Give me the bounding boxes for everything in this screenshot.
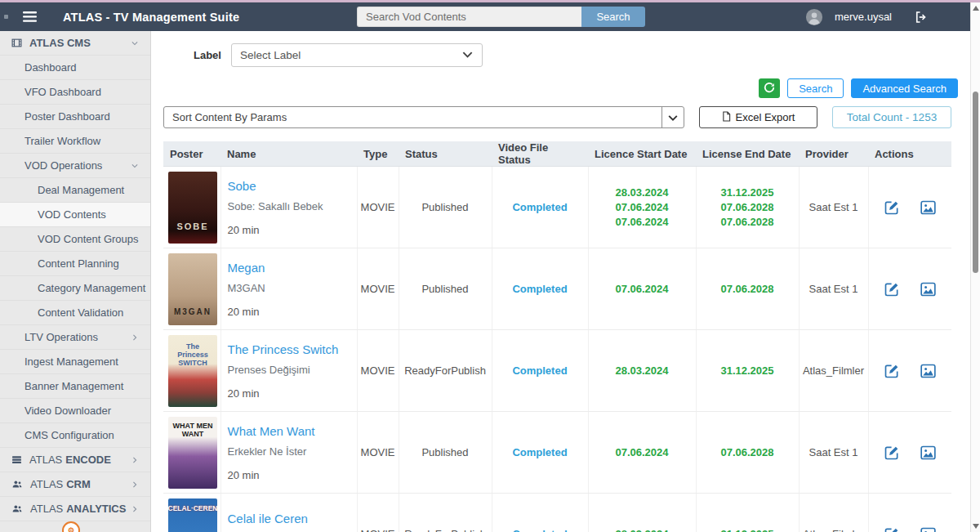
edit-content-button[interactable] — [884, 199, 900, 216]
scroll-up-arrow[interactable] — [973, 6, 979, 11]
sidebar-item-vod-contents[interactable]: VOD Contents — [0, 203, 150, 227]
advanced-search-button[interactable]: Advanced Search — [851, 78, 958, 98]
provider: Atlas_Filmler — [799, 330, 868, 412]
navbar-search-button[interactable]: Search — [581, 7, 645, 27]
logout-icon[interactable] — [914, 10, 929, 25]
sidebar: ATLAS CMS Dashboard VFO Dashboard Poster… — [0, 31, 151, 532]
sidebar-item-content-planning[interactable]: Content Planning — [0, 252, 150, 276]
edit-content-button[interactable] — [884, 363, 900, 379]
content-name-link[interactable]: Megan — [228, 261, 354, 275]
content-name-link[interactable]: Celal ile Ceren — [228, 512, 354, 525]
content-name-link[interactable]: What Men Want — [228, 424, 354, 438]
sidebar-item-vfo-dashboard[interactable]: VFO Dashboard — [0, 80, 150, 105]
content-status: ReadyForPublish — [399, 494, 492, 532]
sort-select[interactable]: Sort Content By Params — [163, 106, 684, 128]
sidebar-item-banner-management[interactable]: Banner Management — [0, 374, 150, 399]
edit-content-button[interactable] — [884, 281, 900, 297]
users-icon — [11, 479, 23, 490]
header-licence-start-date: Licence Start Date — [588, 141, 696, 167]
sort-select-value: Sort Content By Params — [164, 111, 662, 123]
vod-contents-table: Poster Name Type Status Video File Statu… — [163, 141, 951, 532]
row-actions — [868, 494, 951, 532]
chevron-right-icon — [131, 456, 139, 464]
video-file-status: Completed — [492, 167, 588, 248]
edit-content-button[interactable] — [884, 526, 900, 532]
menu-toggle-icon[interactable] — [23, 11, 37, 22]
license-end-dates: 07.06.2028 — [696, 412, 799, 494]
scroll-down-arrow[interactable] — [973, 524, 979, 529]
header-actions: Actions — [868, 141, 951, 167]
main-content: Label Select Label Search Advanced Searc… — [151, 31, 980, 532]
user-avatar[interactable] — [805, 8, 823, 26]
row-actions — [868, 412, 951, 494]
sidebar-section-atlas-encode[interactable]: ATLASENCODE — [0, 448, 150, 472]
sidebar-item-content-validation[interactable]: Content Validation — [0, 301, 150, 325]
sidebar-item-trailer-workflow[interactable]: Trailer Workflow — [0, 129, 150, 154]
excel-export-button[interactable]: Excel Export — [699, 106, 817, 128]
content-subtitle: M3GAN — [228, 282, 354, 294]
licence-start-dates: 28.03.2024 — [588, 330, 696, 412]
sidebar-item-deal-management[interactable]: Deal Management — [0, 178, 150, 203]
content-duration: 20 min — [228, 306, 354, 318]
content-subtitle: Prenses Değişimi — [228, 364, 354, 376]
search-button[interactable]: Search — [787, 78, 844, 98]
row-actions — [868, 330, 951, 412]
chevron-down-icon — [461, 48, 474, 63]
chevron-right-icon — [131, 505, 139, 513]
poster-image-button[interactable] — [920, 526, 937, 532]
username-label[interactable]: merve.uysal — [835, 11, 892, 23]
sidebar-item-ingest-management[interactable]: Ingest Management — [0, 350, 150, 374]
sidebar-item-dashboard[interactable]: Dashboard — [0, 56, 150, 80]
licence-start-dates: 07.06.2024 — [588, 412, 696, 494]
users-icon — [11, 503, 23, 514]
chevron-down-icon — [131, 39, 139, 47]
sidebar-item-category-management[interactable]: Category Management — [0, 276, 150, 301]
sidebar-item-poster-dashboard[interactable]: Poster Dashboard — [0, 105, 150, 129]
provider: Saat Est 1 — [799, 248, 868, 330]
poster-image-button[interactable] — [920, 363, 937, 379]
content-duration: 20 min — [228, 469, 354, 481]
chevron-down-icon — [131, 162, 139, 170]
content-name-link[interactable]: The Princess Switch — [228, 342, 354, 356]
content-subtitle: Sobe: Sakallı Bebek — [228, 200, 354, 212]
header-license-end-date: License End Date — [696, 141, 799, 167]
page-scrollbar[interactable] — [970, 2, 980, 532]
sidebar-section-atlas-cms[interactable]: ATLAS CMS — [0, 31, 150, 56]
navbar-right: merve.uysal — [805, 8, 980, 26]
poster-thumbnail[interactable]: The Princess SWITCH — [168, 335, 217, 407]
chevron-down-icon — [662, 107, 684, 127]
poster-thumbnail[interactable]: CELAL·CEREN — [168, 498, 217, 532]
server-icon — [11, 454, 22, 465]
license-end-dates: 31.12.2025 — [696, 330, 799, 412]
poster-thumbnail[interactable]: WHAT MEN WANT — [168, 417, 217, 489]
refresh-button[interactable] — [759, 78, 780, 98]
poster-thumbnail[interactable]: SOBE — [168, 172, 217, 244]
content-name-link[interactable]: Sobe — [228, 179, 354, 193]
app-title: ATLAS - TV Management Suite — [63, 11, 239, 24]
header-status: Status — [399, 141, 492, 167]
poster-thumbnail[interactable]: M3GAN — [168, 253, 217, 325]
label-select[interactable]: Select Label — [231, 43, 483, 67]
sidebar-item-vod-operations[interactable]: VOD Operations — [0, 154, 150, 178]
poster-image-button[interactable] — [920, 281, 937, 297]
sidebar-item-cms-configuration[interactable]: CMS Configuration — [0, 423, 150, 448]
sidebar-section-atlas-crm[interactable]: ATLASCRM — [0, 472, 150, 497]
content-subtitle: Erkekler Ne İster — [228, 445, 354, 458]
sidebar-section-atlas-analytics[interactable]: ATLASANALYTICS — [0, 497, 150, 521]
poster-image-button[interactable] — [920, 199, 937, 216]
toolbar: Search Advanced Search — [163, 78, 980, 98]
sidebar-item-ltv-operations[interactable]: LTV Operations — [0, 325, 150, 350]
content-status: Published — [399, 167, 492, 248]
sidebar-item-video-downloader[interactable]: Video Downloader — [0, 399, 150, 423]
content-type: MOVIE — [357, 412, 399, 494]
provider: Saat Est 1 — [799, 412, 868, 494]
edit-content-button[interactable] — [884, 445, 900, 461]
poster-image-button[interactable] — [920, 445, 937, 461]
search-input[interactable] — [357, 7, 581, 27]
row-actions — [868, 248, 951, 330]
content-type: MOVIE — [357, 494, 399, 532]
table-header-row: Poster Name Type Status Video File Statu… — [163, 141, 951, 167]
table-row: WHAT MEN WANT What Men Want Erkekler Ne … — [163, 412, 951, 494]
scrollbar-thumb[interactable] — [973, 92, 978, 273]
sidebar-item-vod-content-groups[interactable]: VOD Content Groups — [0, 227, 150, 252]
